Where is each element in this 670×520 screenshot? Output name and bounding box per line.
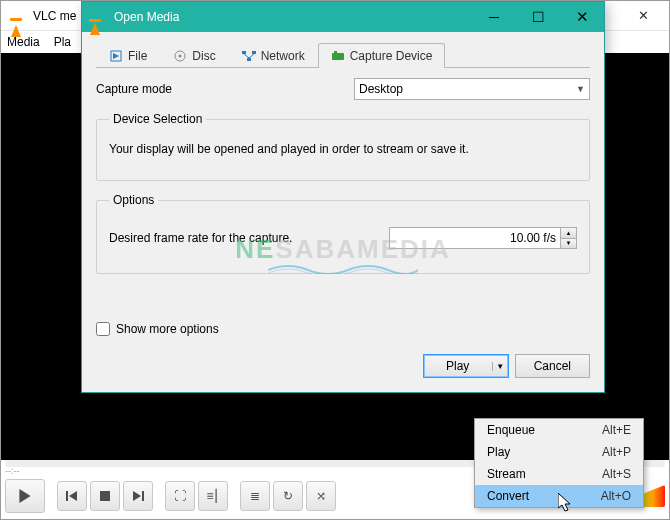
cursor-icon — [558, 493, 574, 513]
options-fieldset: Options Desired frame rate for the captu… — [96, 193, 590, 274]
svg-rect-14 — [334, 51, 337, 53]
svg-rect-11 — [252, 51, 256, 54]
vlc-icon — [11, 8, 27, 24]
play-button-label: Play — [424, 359, 492, 373]
capture-mode-label: Capture mode — [96, 82, 354, 96]
fps-label: Desired frame rate for the capture. — [109, 231, 389, 245]
svg-marker-2 — [69, 491, 77, 501]
shuffle-button[interactable]: ⤨ — [306, 481, 336, 511]
svg-marker-0 — [19, 489, 30, 503]
stop-button[interactable] — [90, 481, 120, 511]
network-icon — [242, 49, 256, 63]
capture-icon — [331, 49, 345, 63]
bg-close-button[interactable]: ✕ — [621, 1, 665, 31]
vlc-icon — [90, 9, 106, 25]
play-dropdown-arrow[interactable]: ▼ — [492, 362, 508, 371]
vlc-title: VLC me — [33, 9, 76, 23]
cancel-button[interactable]: Cancel — [515, 354, 590, 378]
fullscreen-button[interactable]: ⛶ — [165, 481, 195, 511]
options-legend: Options — [109, 193, 158, 207]
svg-rect-12 — [247, 58, 251, 61]
capture-mode-select[interactable]: Desktop ▼ — [354, 78, 590, 100]
svg-rect-10 — [242, 51, 246, 54]
tab-file[interactable]: File — [96, 43, 160, 68]
svg-rect-5 — [142, 491, 144, 501]
dialog-title: Open Media — [114, 10, 179, 24]
dialog-minimize-button[interactable]: ─ — [472, 2, 516, 32]
dialog-close-button[interactable]: ✕ — [560, 2, 604, 32]
open-media-dialog: Open Media ─ ☐ ✕ File Disc Network Captu… — [81, 1, 605, 393]
device-selection-fieldset: Device Selection Your display will be op… — [96, 112, 590, 181]
extended-button[interactable]: ≡⎮ — [198, 481, 228, 511]
tab-network[interactable]: Network — [229, 43, 318, 68]
playlist-button[interactable]: ≣ — [240, 481, 270, 511]
device-selection-legend: Device Selection — [109, 112, 206, 126]
menu-item-enqueue[interactable]: Enqueue Alt+E — [475, 419, 643, 441]
svg-point-9 — [179, 55, 182, 58]
capture-mode-value: Desktop — [359, 82, 403, 96]
svg-rect-3 — [100, 491, 110, 501]
menu-media[interactable]: Media — [7, 35, 40, 49]
show-more-label: Show more options — [116, 322, 219, 336]
tab-capture-device[interactable]: Capture Device — [318, 43, 446, 68]
tab-disc[interactable]: Disc — [160, 43, 228, 68]
show-more-checkbox[interactable] — [96, 322, 110, 336]
loop-button[interactable]: ↻ — [273, 481, 303, 511]
device-selection-text: Your display will be opened and played i… — [109, 126, 577, 156]
show-more-options-row[interactable]: Show more options — [96, 322, 590, 336]
next-button[interactable] — [123, 481, 153, 511]
play-button[interactable] — [5, 479, 45, 513]
svg-rect-1 — [66, 491, 68, 501]
dialog-maximize-button[interactable]: ☐ — [516, 2, 560, 32]
spin-down-button[interactable]: ▼ — [561, 239, 576, 249]
spin-up-button[interactable]: ▲ — [561, 228, 576, 239]
prev-button[interactable] — [57, 481, 87, 511]
dialog-titlebar[interactable]: Open Media ─ ☐ ✕ — [82, 2, 604, 32]
fps-spinbox[interactable]: 10.00 f/s ▲ ▼ — [389, 227, 577, 249]
menu-item-play[interactable]: Play Alt+P — [475, 441, 643, 463]
fps-value: 10.00 f/s — [390, 228, 560, 248]
menu-item-stream[interactable]: Stream Alt+S — [475, 463, 643, 485]
watermark-wave-icon — [268, 264, 418, 274]
play-split-button[interactable]: Play ▼ — [423, 354, 509, 378]
menu-playback[interactable]: Pla — [54, 35, 71, 49]
svg-marker-7 — [113, 53, 119, 59]
file-icon — [109, 49, 123, 63]
svg-marker-4 — [133, 491, 141, 501]
chevron-down-icon: ▼ — [576, 84, 585, 94]
svg-rect-13 — [332, 53, 344, 60]
disc-icon — [173, 49, 187, 63]
tab-bar: File Disc Network Capture Device — [96, 42, 590, 68]
